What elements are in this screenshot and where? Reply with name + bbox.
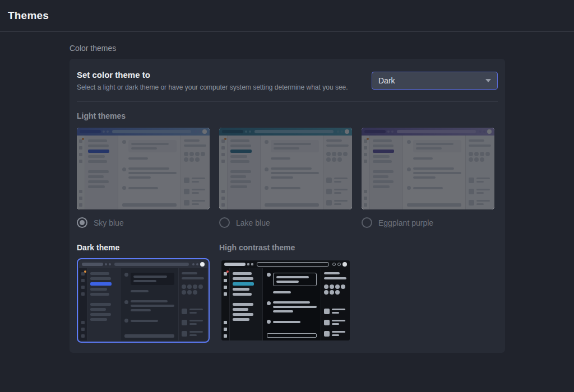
reaction-circle bbox=[187, 284, 192, 289]
message-bar bbox=[273, 291, 291, 293]
nav-rail bbox=[79, 268, 87, 340]
radio-sky-blue[interactable]: Sky blue bbox=[77, 217, 210, 228]
panel-item-bar bbox=[332, 331, 345, 333]
setting-description: Select a light or dark theme or have you… bbox=[77, 83, 348, 91]
panel-spacer bbox=[182, 295, 205, 303]
radio-unselected-icon bbox=[362, 217, 372, 228]
panel-item bbox=[182, 331, 205, 337]
sidebar-item bbox=[90, 313, 111, 316]
sidebar-item-active bbox=[90, 282, 112, 286]
high-contrast-theme-label: High contrast theme bbox=[219, 243, 352, 252]
sidebar-item bbox=[90, 288, 107, 291]
dark-theme-labels: Dark theme High contrast theme bbox=[77, 243, 498, 252]
theme-mode-dropdown[interactable]: Dark bbox=[372, 72, 498, 90]
sidebar-item bbox=[233, 303, 253, 306]
theme-preview-dark[interactable] bbox=[77, 258, 210, 343]
content-area: Color themes Set color theme to Select a… bbox=[0, 32, 574, 353]
message-bubble bbox=[273, 273, 317, 286]
message-lines bbox=[273, 301, 317, 312]
rail-icon bbox=[224, 321, 227, 324]
message-avatar bbox=[267, 273, 271, 277]
sidebar-item bbox=[90, 272, 109, 275]
theme-preview-sky-blue[interactable] bbox=[77, 128, 210, 209]
panel-item bbox=[182, 320, 205, 325]
dim-overlay bbox=[362, 128, 494, 209]
reaction-circle bbox=[341, 284, 345, 289]
message-bar bbox=[273, 310, 293, 312]
topbar-avatar bbox=[200, 262, 205, 267]
panel-item bbox=[324, 320, 347, 325]
panel-item-lines bbox=[332, 309, 347, 314]
panel-item-square bbox=[182, 331, 187, 337]
reaction-circle bbox=[182, 284, 186, 289]
message-bar bbox=[131, 305, 174, 307]
radio-lake-blue[interactable]: Lake blue bbox=[219, 217, 352, 228]
chevron-down-icon bbox=[485, 79, 491, 82]
nav-rail bbox=[221, 268, 230, 340]
topbar-search-bar bbox=[114, 263, 189, 266]
panel-bar bbox=[182, 272, 197, 274]
radio-label: Eggplant purple bbox=[378, 218, 433, 227]
theme-preview-lake-blue[interactable] bbox=[219, 128, 352, 209]
panel-bar bbox=[324, 277, 346, 279]
message-group bbox=[124, 300, 174, 311]
preview-topbar bbox=[79, 260, 207, 268]
sidebar-item bbox=[233, 308, 248, 311]
preview-right-panel bbox=[178, 268, 207, 340]
panel-item-square bbox=[324, 331, 330, 337]
panel-item bbox=[324, 331, 347, 337]
message-avatar bbox=[267, 320, 271, 324]
panel-spacer bbox=[324, 295, 347, 303]
rail-icon bbox=[81, 272, 85, 276]
rail-icon bbox=[81, 292, 85, 296]
rail-icon bbox=[224, 328, 227, 331]
theme-preview-window bbox=[221, 260, 350, 340]
message-group bbox=[124, 319, 174, 323]
panel-item-bar bbox=[189, 331, 203, 333]
radio-unselected-icon bbox=[219, 217, 230, 228]
color-themes-card: Set color theme to Select a light or dar… bbox=[70, 59, 505, 353]
panel-item-bar bbox=[189, 309, 203, 310]
light-theme-radios: Sky blueLake blueEggplant purple bbox=[77, 217, 498, 228]
topbar-action-icon bbox=[337, 263, 341, 266]
panel-item-bar bbox=[332, 309, 345, 310]
panel-item-lines bbox=[332, 320, 347, 325]
section-label: Color themes bbox=[70, 44, 574, 53]
message-bar bbox=[273, 321, 300, 323]
message-group bbox=[267, 320, 317, 324]
set-color-theme-row: Set color theme to Select a light or dar… bbox=[77, 59, 498, 101]
themes-settings-page: Themes Color themes Set color theme to S… bbox=[0, 0, 574, 392]
panel-item-bar bbox=[189, 323, 197, 325]
topbar-action-icon bbox=[332, 263, 336, 266]
panel-item-bar bbox=[332, 334, 339, 336]
preview-chat-main bbox=[263, 268, 321, 340]
rail-icon bbox=[81, 334, 85, 338]
theme-preview-eggplant-purple[interactable] bbox=[362, 128, 494, 209]
panel-item-square bbox=[182, 320, 187, 325]
message-bar bbox=[276, 281, 299, 283]
dim-overlay bbox=[77, 128, 210, 209]
message-bar bbox=[133, 276, 167, 278]
panel-item bbox=[182, 309, 205, 314]
topbar-avatar bbox=[342, 262, 347, 267]
theme-preview-high-contrast[interactable] bbox=[219, 258, 352, 343]
sidebar-item bbox=[90, 308, 106, 311]
sidebar-item bbox=[90, 303, 111, 306]
reaction-circle bbox=[193, 284, 197, 289]
panel-item-lines bbox=[332, 331, 347, 336]
rail-icon bbox=[224, 279, 227, 282]
preview-topbar bbox=[221, 260, 350, 268]
reaction-circle bbox=[182, 290, 186, 295]
radio-label: Lake blue bbox=[236, 218, 270, 227]
notification-dot bbox=[84, 270, 86, 273]
panel-item-lines bbox=[189, 309, 205, 314]
reaction-circle bbox=[324, 290, 328, 295]
message-bubble bbox=[131, 273, 174, 285]
message-bar bbox=[131, 309, 151, 311]
preview-chat-main bbox=[121, 268, 178, 340]
radio-eggplant-purple[interactable]: Eggplant purple bbox=[362, 217, 494, 228]
reaction-circle bbox=[330, 284, 334, 289]
message-group bbox=[267, 273, 317, 286]
message-avatar bbox=[267, 301, 271, 305]
topbar-nav-icon bbox=[105, 263, 107, 265]
